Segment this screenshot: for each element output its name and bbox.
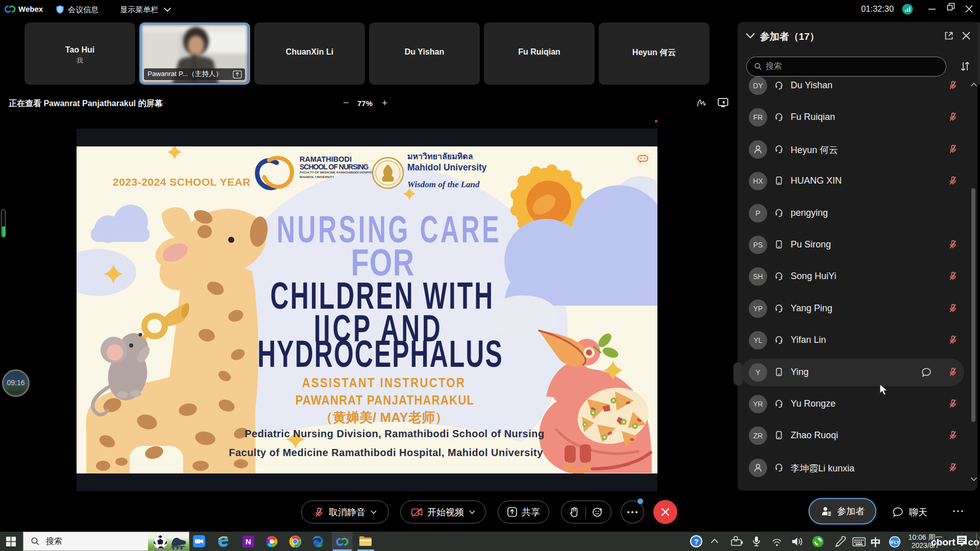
svg-text:Mahidol University: Mahidol University xyxy=(407,162,487,172)
svg-text:iFLY: iFLY xyxy=(890,540,899,545)
svg-text:ASSISTANT INSTRUCTOR: ASSISTANT INSTRUCTOR xyxy=(302,376,466,390)
svg-text:?: ? xyxy=(694,537,698,546)
svg-text:（黄婵美/ MAY老师）: （黄婵美/ MAY老师） xyxy=(320,410,448,425)
svg-text:มหาวิทยาลัยมหิดล: มหาวิทยาลัยมหิดล xyxy=(407,152,473,161)
svg-text:2023-2024 SCHOOL YEAR: 2023-2024 SCHOOL YEAR xyxy=(113,176,251,188)
svg-text:HYDROCEPHALUS: HYDROCEPHALUS xyxy=(257,332,503,375)
svg-text:MAHIDOL UNIVERSITY: MAHIDOL UNIVERSITY xyxy=(300,175,334,179)
svg-text:Pediatric Nursing Division, Ra: Pediatric Nursing Division, Ramathibodi … xyxy=(244,428,544,439)
svg-text:Wisdom of the Land: Wisdom of the Land xyxy=(407,180,480,189)
svg-text:Faculty of Medicine Ramathibod: Faculty of Medicine Ramathibodi Hospital… xyxy=(229,447,543,458)
svg-text:N: N xyxy=(246,537,251,546)
svg-text:RAMATHIBODI: RAMATHIBODI xyxy=(300,155,352,163)
svg-text:PAWANRAT PANJATHARAKUL: PAWANRAT PANJATHARAKUL xyxy=(296,393,475,408)
svg-text:FACULTY OF MEDICINE RAMATHIBOD: FACULTY OF MEDICINE RAMATHIBODI HOSPITAL xyxy=(300,170,375,174)
